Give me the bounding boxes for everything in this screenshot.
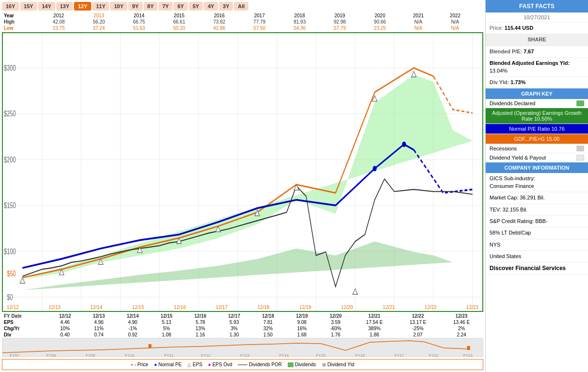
tab-4y[interactable]: 4Y — [204, 2, 218, 11]
tab-14y[interactable]: 14Y — [38, 2, 55, 11]
svg-rect-41 — [148, 344, 151, 348]
sp-label: S&P Credit Rating: — [490, 218, 534, 224]
legend-eps: △ EPS — [187, 362, 202, 367]
legend-div-yld-label: Dividend Yld — [328, 362, 355, 367]
year-2015: 2015 — [159, 12, 199, 19]
legend-div-yld: ◉ Dividend Yld — [322, 362, 355, 367]
tab-8y[interactable]: 8Y — [144, 2, 158, 11]
tab-10y[interactable]: 10Y — [110, 2, 127, 11]
svg-text:$100: $100 — [4, 248, 16, 256]
tab-11y[interactable]: 11Y — [92, 2, 110, 11]
lt-debt-value: 58% LT Debt/Cap — [490, 230, 531, 236]
x-label-7: 12/18 — [257, 305, 270, 310]
svg-text:FY07: FY07 — [10, 353, 19, 357]
tab-5y[interactable]: 5Y — [189, 2, 203, 11]
blended-adj-row: Blended Adjusted Earnings Yld: 13.04% — [486, 58, 588, 77]
legend-eps-label: EPS — [193, 362, 202, 367]
blended-adj-label: Blended Adjusted Earnings Yld: — [490, 60, 584, 67]
svg-text:$200: $200 — [4, 156, 16, 164]
x-label-4: 12/15 — [132, 305, 144, 310]
x-label-3: 12/14 — [90, 305, 102, 310]
legend-normal-pe: ● Normal PE — [154, 362, 182, 367]
gk-normal-pe: Normal P/E Ratio 10.76 — [486, 124, 588, 134]
div-label: Div — [2, 332, 48, 338]
x-label-11: 12/22 — [425, 305, 437, 310]
svg-text:FY11: FY11 — [164, 353, 174, 357]
tev-label: TEV: — [490, 207, 501, 212]
x-label-12: 12/23 — [466, 305, 478, 310]
gk-dividend-yield-box — [576, 155, 584, 161]
high-label: High — [2, 19, 38, 25]
sp-value: BBB- — [535, 218, 548, 224]
gk-dividend-yield-label: Dividend Yield & Payout — [490, 155, 574, 161]
year-2018: 2018 — [280, 12, 320, 19]
blended-pe-value: 7.67 — [524, 49, 534, 54]
gk-recession-box — [576, 146, 584, 151]
market-cap-value: 36.291 Bil. — [520, 195, 545, 200]
fast-facts-date: 10/27/2021 — [486, 12, 588, 23]
legend-dividends-label: Dividends — [295, 362, 316, 367]
year-2020: 2020 — [360, 12, 400, 19]
chgyr-label: Chg/Yr — [2, 325, 48, 332]
gk-recessions: Recessions — [486, 144, 588, 153]
company-info-header: COMPANY INFORMATION — [486, 162, 588, 173]
year-2013: 2013 — [79, 12, 119, 19]
exchange-value: NYS — [490, 242, 501, 248]
svg-text:FY10: FY10 — [125, 353, 135, 357]
svg-text:FY17: FY17 — [394, 353, 404, 357]
year-2019: 2019 — [320, 12, 360, 19]
year-2017: 2017 — [239, 12, 280, 19]
country-value: United States — [490, 253, 521, 259]
div-yld-row: Div Yld: 1.73% — [486, 77, 588, 88]
tab-15y[interactable]: 15Y — [20, 2, 37, 11]
fy-date-label: FY Date — [2, 313, 48, 319]
tab-13y[interactable]: 13Y — [56, 2, 74, 11]
sp-rating-row: S&P Credit Rating: BBB- — [486, 216, 588, 227]
price-label: Price: — [490, 25, 503, 31]
year-blank — [474, 12, 483, 19]
x-label-8: 12/19 — [299, 305, 311, 310]
x-label-9: 12/20 — [341, 305, 353, 310]
tab-3y[interactable]: 3Y — [219, 2, 233, 11]
svg-point-39 — [402, 141, 406, 147]
year-2014: 2014 — [119, 12, 159, 19]
graph-key-header: GRAPH KEY — [486, 88, 588, 99]
svg-rect-42 — [467, 346, 470, 350]
svg-text:FY16: FY16 — [355, 353, 365, 357]
x-label-6: 12/17 — [216, 305, 228, 310]
svg-text:FY14: FY14 — [280, 353, 289, 357]
svg-marker-35 — [353, 289, 357, 295]
svg-text:FY15: FY15 — [316, 353, 326, 357]
dividends-box — [288, 362, 294, 367]
div-yld-value: 1.73% — [511, 79, 526, 85]
svg-text:$300: $300 — [4, 64, 16, 72]
svg-point-38 — [373, 166, 377, 172]
svg-text:FY23: FY23 — [463, 353, 473, 357]
blended-adj-value: 13.04% — [490, 67, 584, 74]
tev-row: TEV: 32.155 Bil. — [486, 204, 588, 216]
tab-all[interactable]: All — [234, 2, 248, 11]
tab-12y[interactable]: 12Y — [74, 2, 91, 11]
gics-row: GICS Sub-industry: Consumer Finance — [486, 173, 588, 192]
header-data-table: Year 2012 2013 2014 2015 2016 2017 2018 … — [2, 12, 483, 31]
legend-div-por: Dividends POR — [238, 362, 282, 367]
svg-text:FY12: FY12 — [201, 353, 210, 357]
x-label-5: 12/16 — [174, 305, 186, 310]
tab-7y[interactable]: 7Y — [159, 2, 172, 11]
svg-marker-26 — [23, 242, 473, 290]
tab-16y[interactable]: 16Y — [2, 2, 19, 11]
svg-text:$150: $150 — [4, 201, 16, 210]
price-row: Price: 115.44 USD — [486, 23, 588, 34]
country-row: United States — [486, 251, 588, 262]
svg-text:FY08: FY08 — [47, 353, 56, 357]
tab-6y[interactable]: 6Y — [173, 2, 187, 11]
gk-dividends-declared: Dividends Declared — [486, 99, 588, 108]
svg-text:FY22: FY22 — [429, 353, 439, 357]
gk-dividends-box — [576, 100, 584, 106]
blended-pe-row: Blended P/E: 7.67 — [486, 46, 588, 58]
div-yld-label-ff: Div Yld: — [490, 79, 509, 85]
svg-marker-37 — [411, 71, 416, 77]
svg-marker-27 — [20, 278, 25, 284]
tab-9y[interactable]: 9Y — [128, 2, 142, 11]
market-cap-row: Market Cap: 36.291 Bil. — [486, 192, 588, 204]
